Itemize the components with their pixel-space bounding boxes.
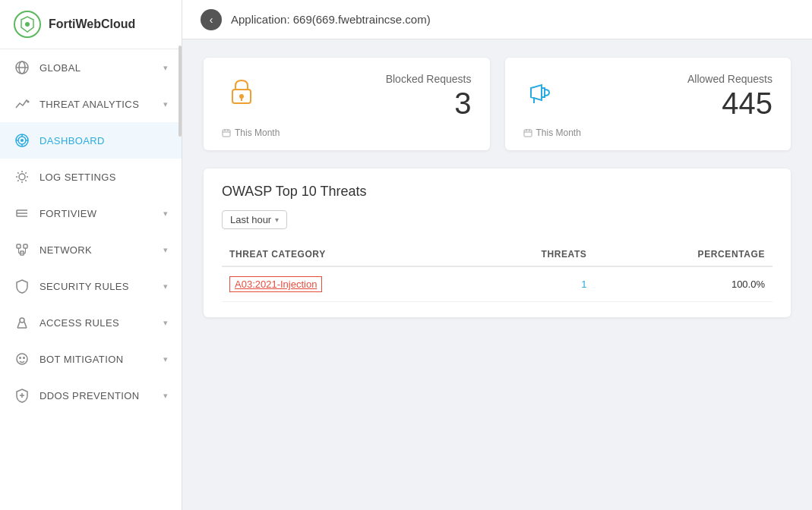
- col-threat-category: THREAT CATEGORY: [222, 243, 463, 266]
- sidebar-item-security-rules-label: SECURITY RULES: [39, 281, 154, 292]
- ddos-prevention-icon: [14, 387, 30, 404]
- svg-point-8: [21, 139, 24, 142]
- threat-category-cell: A03:2021-Injection: [222, 266, 463, 302]
- global-chevron-icon: ▾: [163, 63, 168, 73]
- header-title: Application: 669(669.fwebtraincse.com): [231, 13, 431, 26]
- sidebar-item-global[interactable]: GLOBAL ▾: [0, 49, 182, 86]
- owasp-filter-row: Last hour ▾: [222, 210, 773, 229]
- sidebar-item-log-settings[interactable]: LOG SETTINGS: [0, 159, 182, 195]
- fortiview-icon: [14, 205, 30, 222]
- bot-mitigation-icon: [14, 351, 30, 367]
- allowed-requests-value: 445: [575, 88, 773, 118]
- sidebar-scrollbar[interactable]: [179, 46, 182, 137]
- security-rules-chevron-icon: ▾: [163, 282, 168, 291]
- sidebar-item-ddos-prevention[interactable]: DDOS PREVENTION ▾: [0, 377, 182, 414]
- owasp-section: OWASP Top 10 Threats Last hour ▾ THREAT …: [204, 168, 791, 317]
- svg-rect-18: [17, 244, 21, 248]
- sidebar-item-network[interactable]: NETWORK ▾: [0, 231, 182, 268]
- blocked-requests-value: 3: [273, 88, 472, 118]
- calendar-icon-2: [523, 128, 532, 137]
- sidebar-item-bot-mitigation[interactable]: BOT MITIGATION ▾: [0, 341, 182, 377]
- owasp-table: THREAT CATEGORY THREATS PERCENTAGE A03:2…: [222, 243, 773, 302]
- ddos-prevention-chevron-icon: ▾: [163, 391, 168, 401]
- sidebar-item-threat-analytics-label: THREAT ANALYTICS: [39, 99, 154, 110]
- calendar-icon: [222, 128, 231, 137]
- blocked-requests-icon: [222, 73, 261, 112]
- svg-point-1: [25, 22, 30, 27]
- allowed-requests-period: This Month: [536, 128, 581, 138]
- bot-mitigation-chevron-icon: ▾: [163, 354, 168, 364]
- sidebar: FortiWebCloud GLOBAL ▾ THREAT: [0, 0, 182, 510]
- allowed-requests-card-top: Allowed Requests 445: [523, 73, 773, 118]
- threats-count-cell: 1: [463, 266, 594, 302]
- sidebar-item-fortiview[interactable]: FORTIVIEW ▾: [0, 195, 182, 231]
- app-name: FortiWebCloud: [49, 17, 135, 31]
- global-icon: [14, 59, 30, 76]
- sidebar-item-access-rules-label: ACCESS RULES: [39, 317, 154, 329]
- sidebar-item-log-settings-label: LOG SETTINGS: [39, 172, 168, 183]
- back-button[interactable]: ‹: [201, 9, 222, 30]
- network-icon: [14, 241, 30, 258]
- sidebar-item-access-rules[interactable]: ACCESS RULES ▾: [0, 304, 182, 341]
- svg-rect-43: [524, 130, 532, 137]
- svg-line-26: [17, 322, 20, 328]
- svg-rect-19: [24, 244, 27, 248]
- col-percentage: PERCENTAGE: [594, 243, 773, 266]
- svg-point-35: [239, 94, 244, 99]
- access-rules-chevron-icon: ▾: [163, 318, 168, 328]
- svg-rect-37: [223, 130, 230, 137]
- svg-point-30: [19, 357, 21, 359]
- fortiweb-logo-icon: [14, 11, 41, 38]
- col-threats: THREATS: [463, 243, 594, 266]
- threat-analytics-icon: [14, 96, 30, 112]
- sidebar-item-network-label: NETWORK: [39, 244, 154, 256]
- sidebar-item-bot-mitigation-label: BOT MITIGATION: [39, 354, 154, 365]
- owasp-table-body: A03:2021-Injection 1 100.0%: [222, 266, 773, 302]
- blocked-requests-card-top: Blocked Requests 3: [222, 73, 472, 118]
- allowed-requests-info: Allowed Requests 445: [575, 73, 773, 118]
- back-icon: ‹: [210, 14, 213, 26]
- allowed-requests-icon: [523, 73, 563, 112]
- threat-category-link[interactable]: A03:2021-Injection: [229, 276, 322, 292]
- threat-analytics-chevron-icon: ▾: [163, 99, 168, 109]
- svg-point-25: [20, 318, 24, 323]
- network-chevron-icon: ▾: [163, 245, 168, 255]
- content-area: Blocked Requests 3 This Month: [182, 39, 812, 510]
- sidebar-item-dashboard-label: DASHBOARD: [39, 135, 168, 146]
- sidebar-item-security-rules[interactable]: SECURITY RULES ▾: [0, 268, 182, 304]
- sidebar-logo: FortiWebCloud: [0, 0, 182, 49]
- svg-rect-41: [542, 88, 545, 97]
- fortiview-chevron-icon: ▾: [163, 209, 168, 219]
- svg-point-5: [27, 101, 30, 103]
- sidebar-item-global-label: GLOBAL: [39, 62, 154, 74]
- allowed-requests-label: Allowed Requests: [575, 73, 773, 85]
- owasp-table-header-row: THREAT CATEGORY THREATS PERCENTAGE: [222, 243, 773, 266]
- svg-point-31: [23, 357, 25, 359]
- owasp-filter-chevron-icon: ▾: [275, 216, 279, 224]
- blocked-requests-card: Blocked Requests 3 This Month: [204, 58, 490, 150]
- sidebar-item-dashboard[interactable]: DASHBOARD: [0, 122, 182, 159]
- main-content: ‹ Application: 669(669.fwebtraincse.com): [182, 0, 812, 510]
- sidebar-item-threat-analytics[interactable]: THREAT ANALYTICS ▾: [0, 86, 182, 122]
- access-rules-icon: [14, 314, 30, 331]
- owasp-filter-button[interactable]: Last hour ▾: [222, 210, 287, 229]
- security-rules-icon: [14, 278, 30, 294]
- blocked-requests-info: Blocked Requests 3: [273, 73, 472, 118]
- svg-line-27: [24, 322, 27, 328]
- blocked-requests-period: This Month: [235, 128, 280, 138]
- sidebar-item-ddos-prevention-label: DDOS PREVENTION: [39, 390, 154, 401]
- header: ‹ Application: 669(669.fwebtraincse.com): [182, 0, 812, 39]
- blocked-requests-label: Blocked Requests: [273, 73, 472, 85]
- owasp-title: OWASP Top 10 Threats: [222, 184, 773, 200]
- allowed-requests-card: Allowed Requests 445 This Month: [505, 58, 791, 150]
- percentage-cell: 100.0%: [594, 266, 773, 302]
- blocked-requests-footer: This Month: [222, 128, 472, 138]
- stats-row: Blocked Requests 3 This Month: [204, 58, 791, 150]
- dashboard-icon: [14, 132, 30, 149]
- svg-point-13: [19, 174, 25, 180]
- allowed-requests-footer: This Month: [523, 128, 773, 138]
- sidebar-nav: GLOBAL ▾ THREAT ANALYTICS ▾: [0, 49, 182, 510]
- owasp-filter-label: Last hour: [230, 214, 271, 225]
- sidebar-item-fortiview-label: FORTIVIEW: [39, 208, 154, 219]
- table-row: A03:2021-Injection 1 100.0%: [222, 266, 773, 302]
